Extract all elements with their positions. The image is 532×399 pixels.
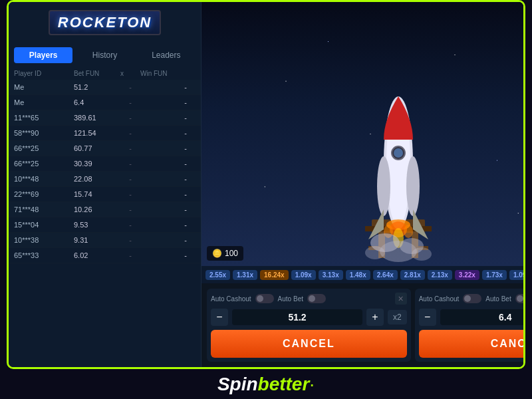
player-row: 10***38 9.31 - - (9, 233, 201, 248)
cancel-button-1[interactable]: CANCEL (211, 330, 407, 358)
coins-icon: 🪙 (212, 249, 222, 258)
player-bet: 10.26 (74, 205, 120, 213)
player-x: - (120, 144, 140, 152)
logo-area: ROCKETON (9, 2, 201, 43)
decrease-bet-2[interactable]: − (419, 309, 436, 326)
player-row: 10***48 22.08 - - (9, 172, 201, 187)
bet-top-2: Auto Cashout Auto Bet × (419, 293, 525, 305)
multipliers-bar: 2.55x1.31x16.24x1.09x3.13x1.48x2.64x2.81… (201, 266, 525, 283)
multiplier-chip: 2.64x (373, 270, 398, 280)
auto-cashout-label-1: Auto Cashout (211, 295, 251, 303)
auto-bet-label-1: Auto Bet (278, 295, 303, 303)
player-bet: 22.08 (74, 175, 120, 183)
player-bet: 60.77 (74, 144, 120, 152)
player-x: - (120, 114, 140, 122)
player-row: 66***25 30.39 - - (9, 156, 201, 172)
player-win: - (140, 236, 187, 244)
tab-leaders[interactable]: Leaders (137, 47, 196, 63)
bet-panel-1: Auto Cashout Auto Bet × − + x2 CAN (207, 289, 411, 362)
player-id: 10***48 (14, 175, 74, 183)
auto-cashout-toggle-2[interactable] (463, 294, 481, 303)
player-x: - (120, 160, 140, 168)
player-win: - (140, 251, 187, 259)
increase-bet-1[interactable]: + (366, 309, 384, 326)
player-row: Me 6.4 - - (9, 95, 201, 110)
brand-better: better (258, 374, 310, 395)
player-win: - (140, 98, 187, 106)
col-bet: Bet FUN (74, 70, 120, 77)
player-x: - (120, 236, 140, 244)
branding-bar: Spin better · (217, 369, 315, 399)
right-panel: 1 🪙 100 🔊 0 2.55x1.31x16.24x1.09x3.13x1.… (201, 2, 525, 367)
game-container: ROCKETON Players History Leaders Player … (7, 0, 525, 369)
game-logo: ROCKETON (49, 10, 162, 35)
svg-point-10 (377, 156, 390, 216)
close-panel-1[interactable]: × (395, 293, 407, 305)
svg-point-21 (412, 247, 432, 261)
decrease-bet-1[interactable]: − (211, 309, 228, 326)
player-bet: 389.61 (74, 114, 120, 122)
col-player-id: Player ID (14, 70, 74, 77)
player-id: 10***38 (14, 236, 74, 244)
player-id: 66***25 (14, 160, 74, 168)
multiplier-chip: 2.81x (400, 270, 425, 280)
auto-bet-label-2: Auto Bet (485, 295, 511, 303)
player-win: - (140, 129, 187, 137)
tab-history[interactable]: History (75, 47, 134, 63)
player-x: - (120, 251, 140, 259)
bet-controls: Auto Cashout Auto Bet × − + x2 CAN (201, 283, 525, 367)
multiplier-chip: 1.09x (291, 270, 316, 280)
player-x: - (120, 83, 140, 91)
svg-point-16 (404, 225, 413, 238)
col-win: Win FUN (140, 70, 187, 77)
tabs-bar: Players History Leaders (9, 43, 201, 67)
multiplier-chip: 3.13x (319, 270, 343, 280)
multiplier-chip: 2.13x (428, 270, 452, 280)
player-row: Me 51.2 - - (9, 80, 201, 95)
auto-cashout-toggle-1[interactable] (255, 294, 274, 303)
coins-badge: 🪙 100 (207, 246, 243, 261)
player-x: - (120, 129, 140, 137)
player-x: - (120, 190, 140, 198)
player-id: 65***33 (14, 251, 74, 259)
player-win: - (140, 83, 187, 91)
player-bet: 6.02 (74, 251, 120, 259)
svg-point-19 (380, 241, 417, 262)
player-id: 11***65 (14, 114, 74, 122)
double-bet-1[interactable]: x2 (388, 310, 407, 325)
player-x: - (120, 98, 140, 106)
player-row: 58***90 121.54 - - (9, 126, 201, 141)
player-win: - (140, 144, 187, 152)
player-id: 15***04 (14, 221, 74, 229)
player-row: 22***69 15.74 - - (9, 187, 201, 202)
player-id: 66***25 (14, 144, 74, 152)
multiplier-chip: 2.55x (205, 270, 230, 280)
player-row: 71***48 10.26 - - (9, 202, 201, 217)
multiplier-chip: 1.31x (233, 270, 257, 280)
auto-bet-toggle-1[interactable] (307, 294, 326, 303)
auto-bet-toggle-2[interactable] (515, 294, 525, 303)
game-area: 1 🪙 100 🔊 0 (201, 2, 525, 266)
svg-point-20 (365, 246, 385, 259)
multiplier-chip: 1.09x (509, 270, 525, 280)
tab-players[interactable]: Players (14, 47, 72, 63)
player-win: - (140, 205, 187, 213)
bet-amount-row-1: − + x2 (211, 309, 407, 326)
auto-cashout-label-2: Auto Cashout (419, 295, 460, 303)
player-row: 65***33 6.02 - - (9, 248, 201, 263)
bet-value-1[interactable] (232, 309, 362, 325)
player-x: - (120, 205, 140, 213)
bet-value-2[interactable] (440, 309, 525, 325)
table-header: Player ID Bet FUN x Win FUN (9, 67, 201, 80)
player-id: 22***69 (14, 190, 74, 198)
bet-panel-2: Auto Cashout Auto Bet × − + x2 CAN (415, 289, 525, 362)
player-bet: 121.54 (74, 129, 120, 137)
left-panel: ROCKETON Players History Leaders Player … (9, 2, 201, 367)
bet-amount-row-2: − + x2 (419, 309, 525, 326)
player-win: - (140, 114, 187, 122)
svg-point-9 (394, 148, 403, 158)
player-x: - (120, 221, 140, 229)
player-row: 15***04 9.53 - - (9, 217, 201, 233)
cancel-button-2[interactable]: CANCEL (419, 330, 525, 358)
player-win: - (140, 175, 187, 183)
